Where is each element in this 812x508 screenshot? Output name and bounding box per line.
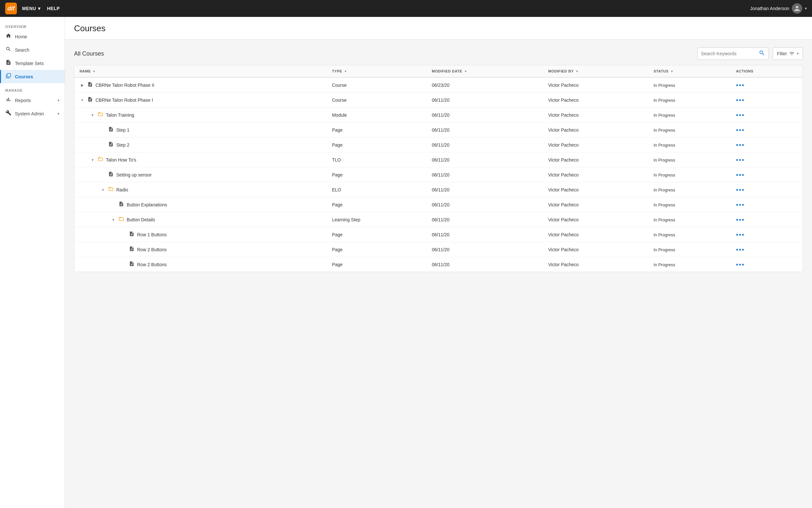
sidebar-item-system-admin-label: System Admin: [15, 111, 44, 116]
actions-cell: •••: [731, 93, 803, 108]
row-name: Row 1 Buttons: [137, 232, 166, 237]
row-name: Setting up sensor: [116, 172, 152, 177]
row-actions-button[interactable]: •••: [736, 216, 745, 223]
filter-label: Filter: [777, 51, 787, 56]
table-row: Step 2 Page 06/11/20 Victor Pacheco In P…: [75, 137, 803, 153]
col-modified-date[interactable]: MODIFIED DATE ▾: [426, 65, 543, 77]
filter-chevron-icon: ▾: [797, 51, 799, 56]
overview-section-label: OVERVIEW: [0, 22, 65, 30]
modified-by-cell: Victor Pacheco: [543, 137, 649, 153]
reports-chevron-icon: ▾: [57, 98, 59, 103]
expand-button[interactable]: ▾: [90, 158, 95, 162]
row-actions-button[interactable]: •••: [736, 172, 745, 178]
row-actions-button[interactable]: •••: [736, 157, 745, 163]
document-icon: [129, 261, 135, 268]
sidebar-item-home[interactable]: Home: [0, 30, 65, 43]
status-cell: In Progress: [648, 227, 731, 242]
table-row: Button Explanations Page 06/11/20 Victor…: [75, 197, 803, 212]
sidebar-item-courses[interactable]: Courses: [0, 70, 65, 83]
menu-button[interactable]: MENU ▾: [22, 6, 41, 11]
document-icon: [87, 96, 93, 103]
sidebar-item-search[interactable]: Search: [0, 43, 65, 56]
row-name: Row 2 Buttons: [137, 262, 166, 267]
row-actions-button[interactable]: •••: [736, 246, 745, 253]
modified-date-cell: 06/11/20: [426, 123, 543, 137]
modified-date-cell: 06/11/20: [426, 167, 543, 182]
sidebar-item-system-admin[interactable]: System Admin ▾: [0, 107, 65, 120]
table-row: ▾ Talon How To's TLO 06/11/20 Victor Pac…: [75, 153, 803, 167]
document-icon: [129, 231, 135, 238]
modified-by-cell: Victor Pacheco: [543, 212, 649, 227]
status-cell: In Progress: [648, 167, 731, 182]
search-submit-button[interactable]: [759, 50, 765, 58]
table-row: ▶ CBRNe Talon Robot Phase II Course 06/2…: [75, 77, 803, 93]
type-cell: Page: [327, 227, 426, 242]
row-actions-button[interactable]: •••: [736, 231, 745, 238]
modified-date-cell: 06/23/20: [426, 77, 543, 93]
status-badge: In Progress: [654, 217, 675, 222]
expand-button[interactable]: ▾: [100, 187, 105, 192]
document-icon: [108, 126, 114, 133]
col-name[interactable]: NAME ▾: [75, 65, 327, 77]
modified-date-cell: 06/11/20: [426, 197, 543, 212]
sidebar-item-reports[interactable]: Reports ▾: [0, 94, 65, 107]
modified-date-cell: 06/11/20: [426, 153, 543, 167]
toolbar: All Courses Filter ▾: [74, 47, 803, 60]
status-cell: In Progress: [648, 108, 731, 123]
courses-table: NAME ▾ TYPE ▾ MODIFIED DATE ▾: [74, 65, 803, 272]
status-badge: In Progress: [654, 203, 675, 207]
row-name: Button Details: [127, 217, 155, 222]
row-actions-button[interactable]: •••: [736, 112, 745, 118]
modified-date-cell: 06/11/20: [426, 212, 543, 227]
modified-date-cell: 06/11/20: [426, 257, 543, 272]
row-actions-button[interactable]: •••: [736, 261, 745, 268]
expand-button[interactable]: ▾: [111, 217, 116, 222]
user-menu[interactable]: Jonathan Anderson ▾: [750, 3, 807, 14]
modified-by-cell: Victor Pacheco: [543, 153, 649, 167]
name-cell: ▾ CBRNe Talon Robot Phase I: [75, 93, 327, 108]
actions-cell: •••: [731, 167, 803, 182]
help-button[interactable]: HELP: [47, 6, 60, 11]
row-actions-button[interactable]: •••: [736, 142, 745, 148]
row-name: Row 2 Buttons: [137, 247, 166, 252]
status-cell: In Progress: [648, 212, 731, 227]
filter-button[interactable]: Filter ▾: [773, 47, 803, 60]
row-actions-button[interactable]: •••: [736, 127, 745, 133]
expand-button[interactable]: ▶: [80, 83, 85, 87]
col-modified-by[interactable]: MODIFIED BY ▾: [543, 65, 649, 77]
name-cell: Row 2 Buttons: [75, 242, 327, 257]
manage-section-label: MANAGE: [0, 86, 65, 94]
status-sort-icon: ▾: [671, 70, 673, 73]
folder-icon: [108, 186, 114, 193]
expand-button[interactable]: ▾: [80, 98, 85, 102]
row-actions-button[interactable]: •••: [736, 97, 745, 103]
type-sort-icon: ▾: [345, 70, 346, 73]
search-icon: [5, 46, 12, 54]
sidebar-item-template-sets[interactable]: Template Sets: [0, 56, 65, 70]
modified-date-cell: 06/11/20: [426, 93, 543, 108]
status-badge: In Progress: [654, 98, 675, 103]
col-type[interactable]: TYPE ▾: [327, 65, 426, 77]
courses-icon: [5, 73, 12, 80]
menu-chevron-icon: ▾: [38, 6, 41, 11]
folder-icon: [98, 156, 103, 163]
type-cell: Course: [327, 93, 426, 108]
modified-by-cell: Victor Pacheco: [543, 108, 649, 123]
expand-button[interactable]: ▾: [90, 113, 95, 117]
col-status[interactable]: STATUS ▾: [648, 65, 731, 77]
status-cell: In Progress: [648, 93, 731, 108]
top-navigation: dif MENU ▾ HELP Jonathan Anderson ▾: [0, 0, 812, 17]
modified-date-sort-icon: ▾: [465, 70, 467, 73]
table-row: ▾ Button Details Learning Step 06/11/20 …: [75, 212, 803, 227]
document-icon: [108, 171, 114, 178]
name-sort-icon: ▾: [93, 70, 95, 73]
search-input[interactable]: [701, 51, 759, 56]
table-row: Step 1 Page 06/11/20 Victor Pacheco In P…: [75, 123, 803, 137]
row-actions-button[interactable]: •••: [736, 186, 745, 193]
actions-cell: •••: [731, 123, 803, 137]
type-cell: Page: [327, 123, 426, 137]
sidebar: OVERVIEW Home Search Template Sets Cours…: [0, 17, 65, 508]
search-box: [697, 47, 769, 60]
row-actions-button[interactable]: •••: [736, 202, 745, 208]
row-actions-button[interactable]: •••: [736, 82, 745, 88]
